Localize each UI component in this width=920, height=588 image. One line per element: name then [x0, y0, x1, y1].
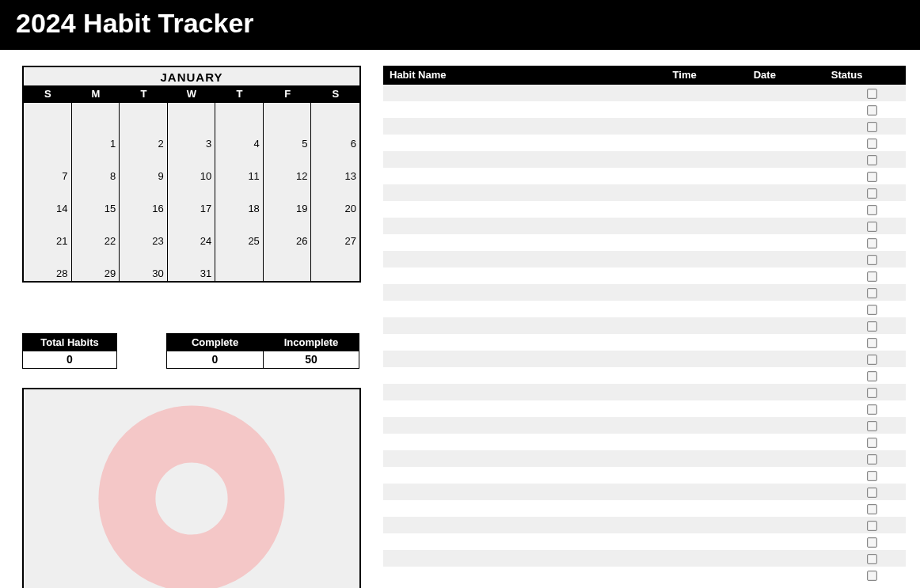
- calendar-day[interactable]: 19: [264, 184, 312, 216]
- habit-date-cell[interactable]: [747, 533, 825, 550]
- habit-date-cell[interactable]: [747, 284, 825, 301]
- habit-time-cell[interactable]: [667, 434, 747, 450]
- calendar-day[interactable]: 16: [120, 184, 168, 216]
- habit-date-cell[interactable]: [747, 334, 825, 351]
- habit-date-cell[interactable]: [747, 85, 825, 101]
- habit-name-cell[interactable]: [383, 334, 667, 351]
- habit-name-cell[interactable]: [383, 484, 667, 500]
- habit-name-cell[interactable]: [383, 550, 667, 567]
- habit-name-cell[interactable]: [383, 284, 667, 301]
- habit-time-cell[interactable]: [667, 251, 747, 267]
- status-checkbox[interactable]: [867, 371, 877, 381]
- calendar-day[interactable]: 6: [311, 119, 359, 151]
- habit-date-cell[interactable]: [747, 118, 825, 135]
- calendar-day[interactable]: 3: [168, 119, 216, 151]
- calendar-day[interactable]: 18: [215, 184, 264, 216]
- habit-name-cell[interactable]: [383, 450, 667, 467]
- calendar-day[interactable]: 2: [120, 119, 168, 151]
- habit-time-cell[interactable]: [667, 218, 747, 234]
- habit-time-cell[interactable]: [667, 284, 747, 301]
- habit-time-cell[interactable]: [667, 301, 747, 317]
- habit-date-cell[interactable]: [747, 384, 825, 400]
- habit-name-cell[interactable]: [383, 500, 667, 517]
- status-checkbox[interactable]: [867, 288, 877, 298]
- calendar-day[interactable]: [24, 119, 72, 151]
- calendar-day[interactable]: 15: [72, 184, 120, 216]
- habit-name-cell[interactable]: [383, 251, 667, 267]
- status-checkbox[interactable]: [867, 155, 877, 165]
- calendar-day[interactable]: [215, 248, 264, 281]
- calendar-day[interactable]: 23: [120, 216, 168, 248]
- habit-date-cell[interactable]: [747, 301, 825, 317]
- habit-date-cell[interactable]: [747, 400, 825, 417]
- habit-time-cell[interactable]: [667, 118, 747, 135]
- calendar-day[interactable]: 1: [72, 119, 120, 151]
- calendar-day[interactable]: 31: [168, 248, 216, 281]
- habit-time-cell[interactable]: [667, 500, 747, 517]
- habit-date-cell[interactable]: [747, 467, 825, 484]
- habit-name-cell[interactable]: [383, 267, 667, 284]
- calendar-day[interactable]: [24, 103, 72, 119]
- calendar-day[interactable]: 5: [264, 119, 312, 151]
- habit-name-cell[interactable]: [383, 351, 667, 367]
- calendar-day[interactable]: [264, 103, 312, 119]
- status-checkbox[interactable]: [867, 271, 877, 282]
- calendar-day[interactable]: 26: [264, 216, 312, 248]
- habit-date-cell[interactable]: [747, 517, 825, 533]
- habit-date-cell[interactable]: [747, 135, 825, 151]
- habit-time-cell[interactable]: [667, 367, 747, 384]
- habit-time-cell[interactable]: [667, 168, 747, 184]
- habit-time-cell[interactable]: [667, 417, 747, 434]
- status-checkbox[interactable]: [867, 537, 877, 548]
- habit-date-cell[interactable]: [747, 500, 825, 517]
- habit-date-cell[interactable]: [747, 317, 825, 334]
- status-checkbox[interactable]: [867, 404, 877, 415]
- habit-name-cell[interactable]: [383, 367, 667, 384]
- status-checkbox[interactable]: [867, 338, 877, 348]
- status-checkbox[interactable]: [867, 504, 877, 514]
- habit-name-cell[interactable]: [383, 218, 667, 234]
- habit-date-cell[interactable]: [747, 168, 825, 184]
- habit-date-cell[interactable]: [747, 567, 825, 583]
- status-checkbox[interactable]: [867, 554, 877, 564]
- habit-name-cell[interactable]: [383, 184, 667, 201]
- habit-time-cell[interactable]: [667, 400, 747, 417]
- calendar-day[interactable]: 24: [168, 216, 216, 248]
- calendar-day[interactable]: [120, 103, 168, 119]
- calendar-day[interactable]: 22: [72, 216, 120, 248]
- habit-date-cell[interactable]: [747, 201, 825, 218]
- habit-name-cell[interactable]: [383, 517, 667, 533]
- status-checkbox[interactable]: [867, 205, 877, 215]
- status-checkbox[interactable]: [867, 188, 877, 199]
- calendar-day[interactable]: 12: [264, 151, 312, 184]
- habit-name-cell[interactable]: [383, 101, 667, 118]
- status-checkbox[interactable]: [867, 355, 877, 365]
- habit-name-cell[interactable]: [383, 400, 667, 417]
- status-checkbox[interactable]: [867, 454, 877, 465]
- status-checkbox[interactable]: [867, 138, 877, 149]
- habit-time-cell[interactable]: [667, 151, 747, 168]
- calendar-day[interactable]: 4: [215, 119, 264, 151]
- habit-name-cell[interactable]: [383, 151, 667, 168]
- status-checkbox[interactable]: [867, 471, 877, 481]
- status-checkbox[interactable]: [867, 571, 877, 581]
- status-checkbox[interactable]: [867, 305, 877, 315]
- habit-date-cell[interactable]: [747, 417, 825, 434]
- calendar-day[interactable]: [264, 248, 312, 281]
- habit-time-cell[interactable]: [667, 334, 747, 351]
- status-checkbox[interactable]: [867, 487, 877, 498]
- habit-time-cell[interactable]: [667, 85, 747, 101]
- habit-name-cell[interactable]: [383, 168, 667, 184]
- status-checkbox[interactable]: [867, 238, 877, 248]
- calendar-day[interactable]: [215, 103, 264, 119]
- habit-name-cell[interactable]: [383, 567, 667, 583]
- habit-time-cell[interactable]: [667, 550, 747, 567]
- habit-date-cell[interactable]: [747, 450, 825, 467]
- calendar-day[interactable]: 20: [311, 184, 359, 216]
- calendar-day[interactable]: 10: [168, 151, 216, 184]
- status-checkbox[interactable]: [867, 438, 877, 448]
- habit-time-cell[interactable]: [667, 101, 747, 118]
- habit-time-cell[interactable]: [667, 267, 747, 284]
- habit-date-cell[interactable]: [747, 184, 825, 201]
- status-checkbox[interactable]: [867, 89, 877, 99]
